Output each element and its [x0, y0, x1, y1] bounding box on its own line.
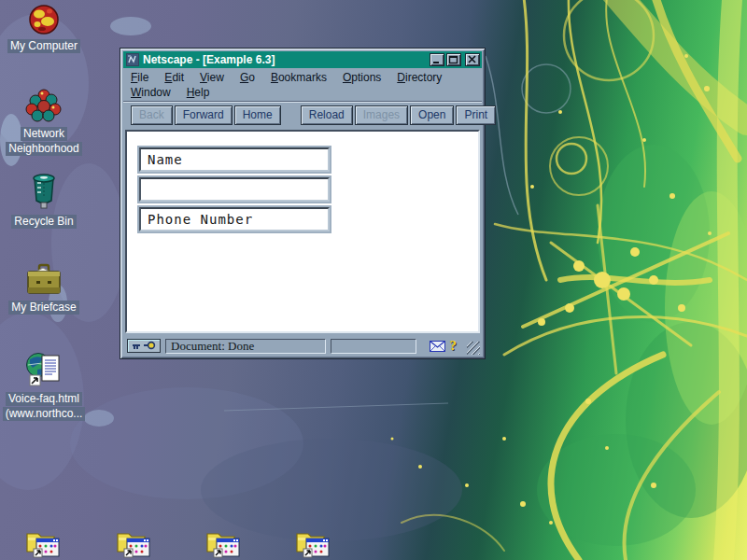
- menu-bookmarks[interactable]: Bookmarks: [271, 70, 327, 85]
- close-icon: [467, 55, 478, 64]
- form: [127, 132, 478, 231]
- window-titlebar[interactable]: Netscape - [Example 6.3]: [123, 51, 482, 68]
- desktop-icon-recycle-bin[interactable]: Recycle Bin: [0, 172, 88, 229]
- status-bar: Document: Done ?: [124, 336, 481, 356]
- menu-file[interactable]: File: [131, 70, 148, 85]
- minimize-button[interactable]: [430, 53, 444, 66]
- folder-shortcut-icon: [294, 528, 331, 560]
- window-title: Netscape - [Example 6.3]: [143, 53, 430, 66]
- menu-edit[interactable]: Edit: [164, 70, 184, 85]
- desktop-icon-folder-shortcut[interactable]: [204, 528, 242, 560]
- recycle-bin-icon: [0, 172, 88, 211]
- icon-label-line: Network: [21, 127, 67, 141]
- maximize-button[interactable]: [446, 53, 461, 66]
- desktop-icon-folder-shortcut[interactable]: [24, 528, 62, 560]
- netscape-app-icon: [126, 53, 139, 66]
- desktop-icon-folder-shortcut[interactable]: [294, 528, 331, 560]
- menu-row-1: FileEditViewGoBookmarksOptionsDirectory: [123, 69, 482, 84]
- folder-shortcut-icon: [24, 528, 62, 560]
- menu-view[interactable]: View: [200, 70, 224, 85]
- toolbar-images-button[interactable]: Images: [355, 105, 408, 125]
- icon-label: My Computer: [7, 39, 80, 53]
- desktop-icon-my-briefcase[interactable]: My Briefcase: [0, 263, 88, 315]
- desktop-icon-network-neighborhood[interactable]: Network Neighborhood: [0, 88, 88, 156]
- maximize-icon: [448, 55, 459, 64]
- toolbar: BackForwardHomeReloadImagesOpenPrint: [123, 102, 482, 129]
- folder-shortcut-icon: [115, 528, 152, 560]
- folder-shortcut-icon: [204, 528, 242, 560]
- desktop-icon-my-computer[interactable]: My Computer: [0, 4, 88, 53]
- computer-sphere-icon: [0, 4, 88, 35]
- toolbar-forward-button[interactable]: Forward: [175, 105, 233, 125]
- menu-options[interactable]: Options: [343, 70, 381, 85]
- menu-bar: FileEditViewGoBookmarksOptionsDirectory …: [123, 68, 482, 102]
- toolbar-home-button[interactable]: Home: [234, 105, 281, 125]
- desktop-icon-voice-faq-html[interactable]: Voice-faq.html (www.northco...: [0, 349, 88, 421]
- menu-help[interactable]: Help: [187, 85, 210, 100]
- html-document-globe-icon: [0, 349, 88, 388]
- menu-window[interactable]: Window: [131, 85, 171, 100]
- menu-row-2: WindowHelp: [123, 84, 482, 99]
- form-field-3[interactable]: [139, 207, 330, 231]
- close-button[interactable]: [465, 53, 480, 66]
- icon-label-line: Voice-faq.html: [6, 392, 82, 406]
- desktop-icon-folder-shortcut[interactable]: [115, 528, 152, 560]
- icon-label: Recycle Bin: [11, 215, 76, 229]
- progress-bar: [331, 339, 416, 354]
- netscape-window: Netscape - [Example 6.3] FileE: [120, 48, 486, 359]
- form-field-2[interactable]: [139, 177, 330, 202]
- browser-content-area: [125, 130, 480, 333]
- mail-icon[interactable]: [430, 341, 445, 352]
- icon-label-line: Neighborhood: [6, 142, 81, 156]
- minimize-icon: [431, 55, 443, 64]
- toolbar-back-button[interactable]: Back: [131, 105, 173, 125]
- desktop: My Computer Network Neighbor: [0, 0, 747, 560]
- help-question-icon[interactable]: ?: [450, 339, 458, 353]
- status-text: Document: Done: [171, 339, 254, 353]
- toolbar-reload-button[interactable]: Reload: [301, 105, 353, 125]
- menu-directory[interactable]: Directory: [397, 70, 442, 85]
- toolbar-open-button[interactable]: Open: [410, 105, 454, 125]
- briefcase-icon: [0, 263, 88, 297]
- form-field-1[interactable]: [139, 147, 330, 172]
- menu-go[interactable]: Go: [240, 70, 255, 85]
- icon-label: My Briefcase: [8, 301, 78, 315]
- network-spheres-icon: [0, 88, 88, 123]
- security-broken-key-icon[interactable]: [127, 339, 161, 353]
- toolbar-print-button[interactable]: Print: [456, 105, 496, 125]
- resize-grip[interactable]: [467, 342, 480, 355]
- status-message: Document: Done: [165, 339, 326, 354]
- icon-label-line: (www.northco...: [3, 407, 86, 421]
